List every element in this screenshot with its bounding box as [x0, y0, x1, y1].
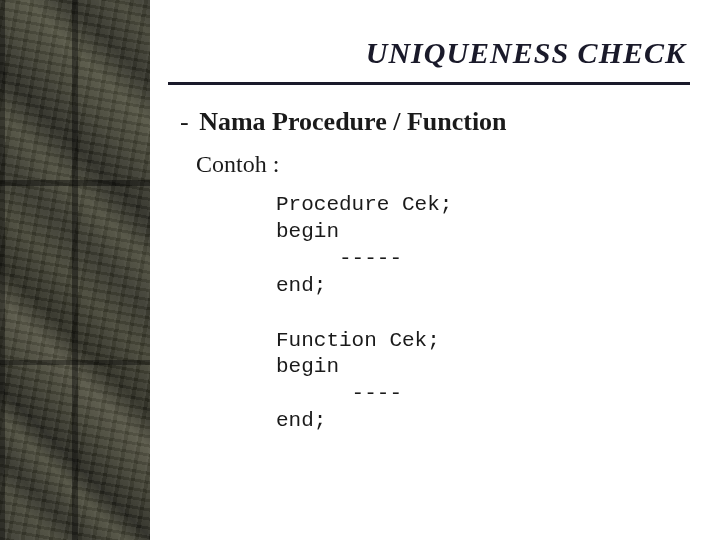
title-underline: [168, 82, 690, 85]
subheading-text: Nama Procedure / Function: [199, 107, 506, 136]
slide-title: UNIQUENESS CHECK: [168, 36, 690, 82]
slide-content: UNIQUENESS CHECK - Nama Procedure / Func…: [150, 0, 720, 540]
code-block-procedure: Procedure Cek; begin ----- end;: [276, 192, 690, 300]
bullet-dash: -: [180, 107, 189, 136]
stone-texture-sidebar: [0, 0, 150, 540]
code-block-function: Function Cek; begin ---- end;: [276, 328, 690, 436]
example-label: Contoh :: [196, 151, 690, 178]
subheading: - Nama Procedure / Function: [180, 107, 690, 137]
